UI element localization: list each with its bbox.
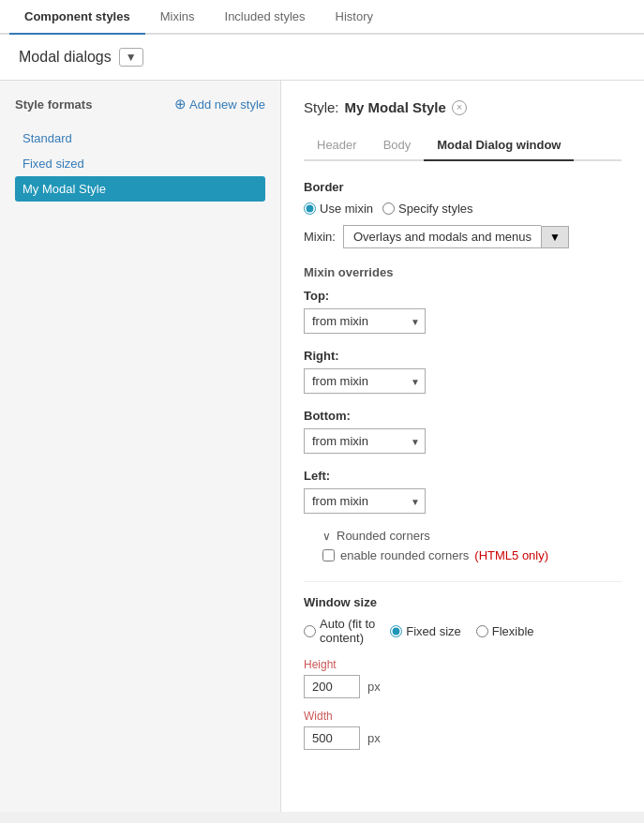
chevron-down-icon: ∨ (322, 530, 331, 543)
page-dropdown-button[interactable]: ▼ (119, 48, 143, 67)
mixin-dropdown-button[interactable]: ▼ (541, 226, 569, 248)
style-name: My Modal Style (345, 99, 446, 115)
use-mixin-label: Use mixin (320, 202, 373, 216)
width-label: Width (304, 710, 622, 723)
style-list: Standard Fixed sized My Modal Style (15, 126, 265, 202)
style-header: Style: My Modal Style × (304, 99, 622, 115)
auto-size-radio[interactable] (304, 625, 316, 637)
left-field-row: Left: from mixin ▼ (304, 469, 622, 514)
bottom-select[interactable]: from mixin (304, 428, 426, 454)
panel-header: Style formats ⊕ Add new style (15, 96, 265, 112)
rounded-corners-header[interactable]: ∨ Rounded corners (322, 529, 622, 543)
specify-styles-option[interactable]: Specify styles (382, 202, 472, 216)
divider (304, 581, 622, 582)
page-header: Modal dialogs ▼ (0, 35, 644, 81)
left-panel: Style formats ⊕ Add new style Standard F… (0, 81, 281, 812)
mixin-overrides-title: Mixin overrides (304, 265, 622, 279)
right-panel: Style: My Modal Style × Header Body Moda… (281, 81, 644, 812)
fixed-size-radio[interactable] (390, 625, 402, 637)
width-input-row: px (304, 726, 622, 750)
use-mixin-radio[interactable] (304, 202, 316, 215)
tab-component-styles[interactable]: Component styles (9, 0, 145, 35)
top-select[interactable]: from mixin (304, 308, 426, 334)
height-field: Height px (304, 658, 622, 698)
style-item-fixed-sized[interactable]: Fixed sized (15, 151, 265, 176)
style-item-standard[interactable]: Standard (15, 126, 265, 151)
window-size-title: Window size (304, 595, 622, 609)
flexible-size-radio[interactable] (476, 625, 488, 637)
flexible-size-option[interactable]: Flexible (476, 624, 534, 638)
specify-styles-label: Specify styles (398, 202, 472, 216)
tab-mixins[interactable]: Mixins (145, 0, 210, 35)
plus-icon: ⊕ (174, 96, 187, 112)
top-label: Top: (304, 289, 622, 303)
close-style-icon[interactable]: × (452, 100, 467, 115)
sub-tab-header[interactable]: Header (304, 130, 370, 161)
window-size-radios: Auto (fit tocontent) Fixed size Flexible (304, 617, 622, 645)
tab-included-styles[interactable]: Included styles (210, 0, 321, 35)
fixed-size-label: Fixed size (406, 624, 461, 638)
left-select-wrap: from mixin ▼ (304, 488, 426, 514)
mixin-row: Mixin: Overlays and modals and menus ▼ (304, 225, 622, 248)
top-field-row: Top: from mixin ▼ (304, 289, 622, 334)
style-prefix: Style: (304, 99, 339, 115)
border-section-title: Border (304, 180, 622, 194)
width-input[interactable] (304, 726, 360, 750)
width-field: Width px (304, 710, 622, 750)
sub-tab-modal-dialog-window[interactable]: Modal Dialog window (424, 130, 574, 161)
add-new-style-link[interactable]: ⊕ Add new style (174, 96, 265, 112)
height-unit: px (367, 680, 381, 694)
mixin-value: Overlays and modals and menus (343, 225, 541, 248)
height-input-row: px (304, 675, 622, 698)
tab-history[interactable]: History (321, 0, 388, 35)
mixin-label: Mixin: (304, 230, 336, 244)
right-field-row: Right: from mixin ▼ (304, 349, 622, 394)
rounded-corners-section: ∨ Rounded corners enable rounded corners… (304, 529, 622, 562)
left-label: Left: (304, 469, 622, 483)
mixin-select-wrap: Overlays and modals and menus ▼ (343, 225, 569, 248)
right-label: Right: (304, 349, 622, 363)
rounded-corners-checkbox[interactable] (322, 549, 335, 561)
page-title: Modal dialogs (19, 49, 112, 66)
nav-tabs: Component styles Mixins Included styles … (0, 0, 644, 35)
top-select-wrap: from mixin ▼ (304, 308, 426, 334)
add-new-label: Add new style (189, 97, 265, 112)
right-select[interactable]: from mixin (304, 368, 426, 394)
width-unit: px (367, 731, 381, 745)
auto-size-option[interactable]: Auto (fit tocontent) (304, 617, 375, 645)
html5-note: (HTML5 only) (474, 548, 548, 562)
sub-tabs: Header Body Modal Dialog window (304, 130, 622, 161)
flexible-size-label: Flexible (492, 624, 534, 638)
right-select-wrap: from mixin ▼ (304, 368, 426, 394)
bottom-label: Bottom: (304, 409, 622, 423)
rounded-corners-title: Rounded corners (337, 529, 430, 543)
fixed-size-option[interactable]: Fixed size (390, 624, 461, 638)
height-label: Height (304, 658, 622, 671)
bottom-field-row: Bottom: from mixin ▼ (304, 409, 622, 454)
auto-size-label: Auto (fit tocontent) (320, 617, 375, 645)
border-radio-group: Use mixin Specify styles (304, 202, 622, 216)
use-mixin-option[interactable]: Use mixin (304, 202, 373, 216)
style-item-my-modal-style[interactable]: My Modal Style (15, 176, 265, 202)
left-select[interactable]: from mixin (304, 488, 426, 514)
bottom-select-wrap: from mixin ▼ (304, 428, 426, 454)
height-input[interactable] (304, 675, 360, 698)
style-formats-title: Style formats (15, 97, 92, 112)
rounded-checkbox-row: enable rounded corners (HTML5 only) (322, 548, 622, 562)
specify-styles-radio[interactable] (382, 202, 395, 215)
main-content: Style formats ⊕ Add new style Standard F… (0, 81, 644, 812)
rounded-corners-label: enable rounded corners (340, 548, 469, 562)
window-size-section: Window size Auto (fit tocontent) Fixed s… (304, 595, 622, 750)
sub-tab-body[interactable]: Body (370, 130, 425, 161)
